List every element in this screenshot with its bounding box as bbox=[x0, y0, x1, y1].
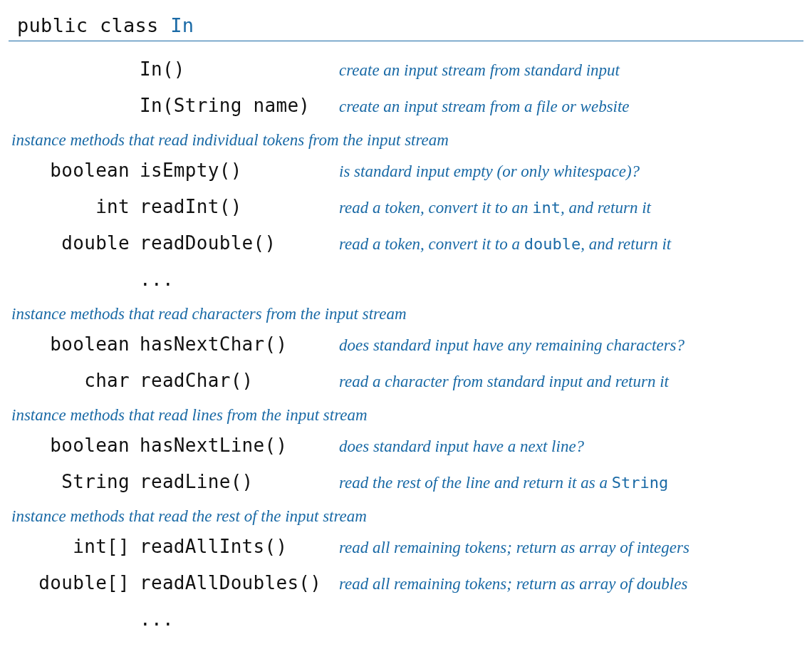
header-divider bbox=[9, 41, 803, 41]
api-row: booleanhasNextChar()does standard input … bbox=[9, 326, 803, 363]
api-row: In(String name)create an input stream fr… bbox=[9, 88, 803, 124]
method-description: does standard input have any remaining c… bbox=[339, 333, 803, 358]
method-signature: readAllDoubles() bbox=[140, 569, 339, 597]
return-type: int[] bbox=[9, 533, 140, 561]
return-type: boolean bbox=[9, 432, 140, 460]
method-description: read a token, convert it to an int, and … bbox=[339, 196, 803, 221]
return-type: double[] bbox=[9, 569, 140, 597]
return-type: int bbox=[9, 193, 140, 221]
method-signature: readDouble() bbox=[140, 229, 339, 257]
method-description: read the rest of the line and return it … bbox=[339, 471, 803, 496]
api-row: In()create an input stream from standard… bbox=[9, 51, 803, 88]
method-signature: In() bbox=[140, 56, 339, 83]
section-heading: instance methods that read lines from th… bbox=[9, 399, 803, 427]
api-row: booleanisEmpty()is standard input empty … bbox=[9, 152, 803, 189]
return-type: char bbox=[9, 367, 140, 395]
method-signature: hasNextChar() bbox=[140, 331, 339, 358]
api-row: intreadInt()read a token, convert it to … bbox=[9, 189, 803, 225]
inline-code: double bbox=[524, 235, 581, 253]
class-prefix: public class bbox=[17, 14, 170, 36]
return-type: boolean bbox=[9, 331, 140, 358]
method-signature: hasNextLine() bbox=[140, 432, 339, 460]
method-signature: readAllInts() bbox=[140, 533, 339, 561]
method-signature: readInt() bbox=[140, 193, 339, 221]
api-row: booleanhasNextLine()does standard input … bbox=[9, 427, 803, 464]
section-heading: instance methods that read the rest of t… bbox=[9, 500, 803, 529]
return-type: boolean bbox=[9, 157, 140, 185]
method-signature: In(String name) bbox=[140, 92, 339, 120]
method-signature: isEmpty() bbox=[140, 157, 339, 185]
method-description: create an input stream from a file or we… bbox=[339, 95, 803, 120]
section-heading: instance methods that read individual to… bbox=[9, 124, 803, 152]
return-type: String bbox=[9, 468, 140, 496]
class-header: public class In bbox=[9, 14, 803, 41]
method-description: is standard input empty (or only whitesp… bbox=[339, 160, 803, 185]
api-row: charreadChar()read a character from stan… bbox=[9, 363, 803, 399]
class-name: In bbox=[170, 14, 194, 36]
method-signature: ... bbox=[140, 606, 339, 633]
method-description: read a character from standard input and… bbox=[339, 370, 803, 395]
api-row: ... bbox=[9, 261, 803, 298]
return-type: double bbox=[9, 229, 140, 257]
inline-code: int bbox=[532, 199, 561, 217]
inline-code: String bbox=[612, 474, 668, 492]
method-signature: readChar() bbox=[140, 367, 339, 395]
method-signature: readLine() bbox=[140, 468, 339, 496]
api-row: ... bbox=[9, 601, 803, 638]
method-description: does standard input have a next line? bbox=[339, 435, 803, 460]
method-description: read all remaining tokens; return as arr… bbox=[339, 536, 803, 561]
section-heading: instance methods that read characters fr… bbox=[9, 298, 803, 326]
method-description: create an input stream from standard inp… bbox=[339, 58, 803, 83]
api-row: doublereadDouble()read a token, convert … bbox=[9, 225, 803, 261]
api-row: int[]readAllInts()read all remaining tok… bbox=[9, 529, 803, 565]
method-signature: ... bbox=[140, 266, 339, 294]
api-table: In()create an input stream from standard… bbox=[9, 51, 803, 638]
api-row: StringreadLine()read the rest of the lin… bbox=[9, 464, 803, 500]
api-row: double[]readAllDoubles()read all remaini… bbox=[9, 565, 803, 601]
method-description: read all remaining tokens; return as arr… bbox=[339, 572, 803, 597]
method-description: read a token, convert it to a double, an… bbox=[339, 232, 803, 257]
